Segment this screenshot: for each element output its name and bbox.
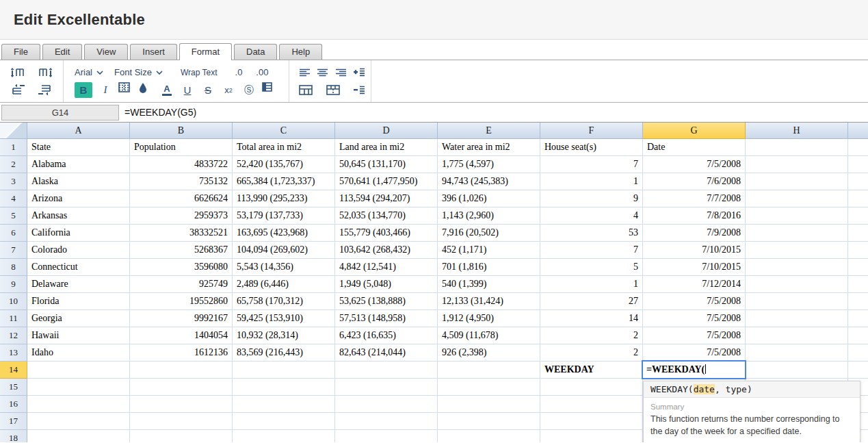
cell-C16[interactable] <box>233 396 335 413</box>
insert-column-right-icon[interactable] <box>37 67 52 78</box>
cell-F5[interactable]: 4 <box>540 207 643 225</box>
cell-E1[interactable]: Water area in mi2 <box>438 139 540 156</box>
increase-decimal-button[interactable]: .00 <box>256 67 268 77</box>
cell-H3[interactable] <box>746 173 848 190</box>
cell-C4[interactable]: 113,990 (295,233) <box>233 190 335 207</box>
cell-G3[interactable]: 7/6/2008 <box>643 173 746 190</box>
row-header-5[interactable]: 5 <box>0 207 27 225</box>
decrease-decimal-button[interactable]: .0 <box>235 67 243 77</box>
row-header-1[interactable]: 1 <box>0 139 27 156</box>
align-center-icon[interactable] <box>317 68 328 77</box>
cell-A11[interactable]: Georgia <box>27 310 130 327</box>
cell-H9[interactable] <box>746 276 848 293</box>
cell-D11[interactable]: 57,513 (148,958) <box>335 310 438 327</box>
cell-partial-8[interactable] <box>848 259 868 276</box>
cell-D10[interactable]: 53,625 (138,888) <box>335 293 438 310</box>
cell-B18[interactable] <box>130 430 233 442</box>
cell-H8[interactable] <box>746 259 848 276</box>
cell-F13[interactable]: 2 <box>540 344 643 362</box>
cell-D4[interactable]: 113,594 (294,207) <box>335 190 438 207</box>
cell-A10[interactable]: Florida <box>27 293 130 310</box>
row-header-7[interactable]: 7 <box>0 242 27 259</box>
cell-F17[interactable] <box>540 413 643 430</box>
cell-D9[interactable]: 1,949 (5,048) <box>335 276 438 293</box>
cell-G4[interactable]: 7/7/2008 <box>643 190 746 207</box>
cell-H4[interactable] <box>746 190 848 207</box>
cell-B9[interactable]: 925749 <box>130 276 233 293</box>
cell-partial-9[interactable] <box>848 276 868 293</box>
tab-view[interactable]: View <box>84 44 128 60</box>
cell-F12[interactable]: 2 <box>540 327 643 344</box>
row-header-6[interactable]: 6 <box>0 225 27 242</box>
cell-reference-box[interactable] <box>1 105 119 121</box>
cell-D18[interactable] <box>335 430 438 442</box>
cell-H5[interactable] <box>746 207 848 225</box>
decrease-indent-icon[interactable] <box>353 86 365 94</box>
cell-D7[interactable]: 103,642 (268,432) <box>335 242 438 259</box>
cell-F18[interactable] <box>540 430 643 442</box>
cell-G8[interactable]: 7/10/2015 <box>643 259 746 276</box>
cell-F7[interactable]: 7 <box>540 242 643 259</box>
cell-E13[interactable]: 926 (2,398) <box>438 344 540 362</box>
cell-C15[interactable] <box>233 379 335 396</box>
cell-A1[interactable]: State <box>27 139 130 156</box>
formula-input[interactable] <box>119 103 868 122</box>
column-header-G[interactable]: G <box>643 123 746 139</box>
tab-insert[interactable]: Insert <box>130 44 177 60</box>
cell-A9[interactable]: Delaware <box>27 276 130 293</box>
cell-C3[interactable]: 665,384 (1,723,337) <box>233 173 335 190</box>
column-header-H[interactable]: H <box>746 123 848 139</box>
cell-B15[interactable] <box>130 379 233 396</box>
cell-E16[interactable] <box>438 396 540 413</box>
cell-C8[interactable]: 5,543 (14,356) <box>233 259 335 276</box>
cell-partial-14[interactable] <box>848 362 868 379</box>
fill-color-icon[interactable] <box>139 82 154 98</box>
cell-C7[interactable]: 104,094 (269,602) <box>233 242 335 259</box>
cell-A2[interactable]: Alabama <box>27 156 130 173</box>
cell-E17[interactable] <box>438 413 540 430</box>
cell-A16[interactable] <box>27 396 130 413</box>
cell-D13[interactable]: 82,643 (214,044) <box>335 344 438 362</box>
cell-C12[interactable]: 10,932 (28,314) <box>233 327 335 344</box>
cell-C6[interactable]: 163,695 (423,968) <box>233 225 335 242</box>
align-left-icon[interactable] <box>299 68 311 77</box>
cell-E14[interactable] <box>438 362 540 379</box>
cell-B4[interactable]: 6626624 <box>130 190 233 207</box>
superscript-button[interactable]: x2 <box>221 82 236 98</box>
column-header-B[interactable]: B <box>130 123 233 139</box>
cell-partial-13[interactable] <box>848 344 868 362</box>
row-header-10[interactable]: 10 <box>0 293 27 310</box>
cell-D1[interactable]: Land area in mi2 <box>335 139 438 156</box>
cell-F15[interactable] <box>540 379 643 396</box>
cell-F6[interactable]: 53 <box>540 225 643 242</box>
insert-row-below-icon[interactable] <box>38 84 51 95</box>
cell-E12[interactable]: 4,509 (11,678) <box>438 327 540 344</box>
row-header-11[interactable]: 11 <box>0 310 27 327</box>
cell-partial-10[interactable] <box>848 293 868 310</box>
cell-C10[interactable]: 65,758 (170,312) <box>233 293 335 310</box>
cell-D16[interactable] <box>335 396 438 413</box>
cell-B2[interactable]: 4833722 <box>130 156 233 173</box>
cell-A5[interactable]: Arkansas <box>27 207 130 225</box>
cell-G5[interactable]: 7/8/2016 <box>643 207 746 225</box>
strikethrough-button[interactable]: S <box>200 82 215 98</box>
tab-edit[interactable]: Edit <box>42 44 82 60</box>
cell-H10[interactable] <box>746 293 848 310</box>
accounting-format-button[interactable]: Ⓢ <box>241 82 257 98</box>
cell-F9[interactable]: 1 <box>540 276 643 293</box>
merge-across-icon[interactable] <box>326 85 340 95</box>
cell-D14[interactable] <box>335 362 438 379</box>
cell-C9[interactable]: 2,489 (6,446) <box>233 276 335 293</box>
row-header-2[interactable]: 2 <box>0 156 27 173</box>
cell-D17[interactable] <box>335 413 438 430</box>
cell-H2[interactable] <box>746 156 848 173</box>
cell-E2[interactable]: 1,775 (4,597) <box>438 156 540 173</box>
active-cell-editor[interactable]: =WEEKDAY( <box>642 360 746 379</box>
cell-B5[interactable]: 2959373 <box>130 207 233 225</box>
cell-G9[interactable]: 7/12/2014 <box>643 276 746 293</box>
cell-F8[interactable]: 5 <box>540 259 643 276</box>
font-family-dropdown[interactable]: Arial <box>75 67 103 77</box>
cell-D5[interactable]: 52,035 (134,770) <box>335 207 438 225</box>
cell-style-icon[interactable] <box>262 82 277 98</box>
cell-B17[interactable] <box>130 413 233 430</box>
